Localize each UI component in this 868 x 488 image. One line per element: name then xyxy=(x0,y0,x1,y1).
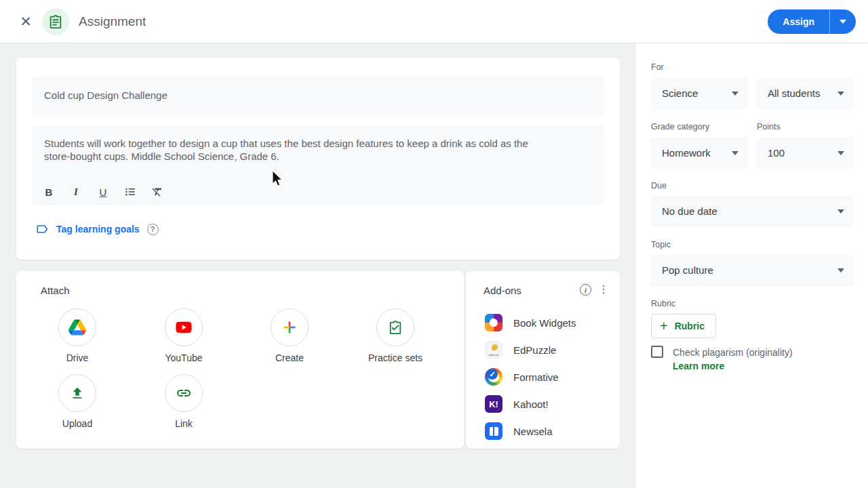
attach-card: Attach Drive YouTub xyxy=(16,271,464,449)
addon-label: Book Widgets xyxy=(513,317,576,329)
topic-label: Topic xyxy=(651,240,671,249)
topic-select[interactable]: Pop culture xyxy=(651,255,853,286)
addon-formative[interactable]: ✓ Formative xyxy=(485,363,613,390)
grade-category-label: Grade category xyxy=(651,122,709,131)
chevron-down-icon xyxy=(840,20,846,24)
assignment-settings-sidebar: For Science All students Grade category … xyxy=(636,43,868,488)
plus-icon: + xyxy=(660,319,668,333)
help-icon[interactable]: ? xyxy=(147,224,159,235)
formatting-toolbar: B I U xyxy=(42,185,164,199)
attach-upload-button[interactable]: Upload xyxy=(37,374,118,429)
plagiarism-checkbox[interactable] xyxy=(651,346,663,358)
chevron-down-icon xyxy=(837,151,844,155)
attach-create-button[interactable]: Create xyxy=(249,308,330,363)
attach-youtube-button[interactable]: YouTube xyxy=(143,308,224,363)
more-options-icon[interactable]: ⋮ xyxy=(598,283,609,296)
for-label: For xyxy=(651,62,664,72)
book-widgets-icon xyxy=(485,314,502,331)
class-select[interactable]: Science xyxy=(651,78,747,109)
due-date-select[interactable]: No due date xyxy=(651,196,853,227)
upload-icon xyxy=(58,374,96,412)
attach-option-label: YouTube xyxy=(143,352,224,363)
underline-button[interactable]: U xyxy=(96,185,110,199)
attach-drive-button[interactable]: Drive xyxy=(37,308,118,363)
rubric-label: Rubric xyxy=(651,299,675,308)
assignment-icon xyxy=(42,8,69,35)
addon-label: Kahoot! xyxy=(513,399,549,410)
title-input[interactable]: Cold cup Design Challenge xyxy=(33,77,604,115)
create-plus-icon xyxy=(271,308,309,346)
bold-button[interactable]: B xyxy=(42,185,56,199)
info-icon[interactable]: i xyxy=(580,284,591,296)
addon-newsela[interactable]: Newsela xyxy=(485,418,613,445)
plagiarism-label: Check plagarism (originality) xyxy=(673,346,793,359)
attach-link-button[interactable]: Link xyxy=(143,374,224,429)
instructions-value: Students will work together to design a … xyxy=(44,137,553,163)
kahoot-icon: K! xyxy=(485,395,502,413)
chevron-down-icon xyxy=(837,209,844,214)
chevron-down-icon xyxy=(837,92,844,96)
assign-button[interactable]: Assign xyxy=(768,9,829,34)
italic-button[interactable]: I xyxy=(69,185,83,199)
addon-edpuzzle[interactable]: edpuzzle EdPuzzle xyxy=(485,336,613,363)
plagiarism-row: Check plagarism (originality) xyxy=(651,346,793,359)
learn-more-link[interactable]: Learn more xyxy=(673,361,724,371)
attach-option-label: Practice sets xyxy=(355,352,436,363)
attach-heading: Attach xyxy=(41,285,70,296)
bulleted-list-button[interactable] xyxy=(123,185,137,199)
instructions-input[interactable]: Students will work together to design a … xyxy=(33,125,604,205)
main-content: Cold cup Design Challenge Students will … xyxy=(0,43,636,488)
edpuzzle-icon: edpuzzle xyxy=(485,341,502,359)
chevron-down-icon xyxy=(732,151,738,155)
assignees-select[interactable]: All students xyxy=(757,78,853,109)
drive-icon xyxy=(58,308,96,346)
practice-sets-icon xyxy=(376,308,414,346)
grade-category-select[interactable]: Homework xyxy=(651,138,747,169)
attach-option-label: Upload xyxy=(37,418,118,429)
attach-option-label: Drive xyxy=(37,352,118,363)
attach-option-label: Create xyxy=(249,352,330,363)
tag-learning-goals-link[interactable]: Tag learning goals xyxy=(56,224,140,235)
addons-card: Add-ons i ⋮ Book Widgets edpuzzle EdPuzz… xyxy=(466,271,620,449)
newsela-icon xyxy=(485,422,502,440)
assign-split-button: Assign xyxy=(768,9,856,34)
addon-book-widgets[interactable]: Book Widgets xyxy=(485,309,613,336)
addon-label: EdPuzzle xyxy=(513,344,556,356)
attach-practice-sets-button[interactable]: Practice sets xyxy=(355,308,436,363)
link-icon xyxy=(165,374,203,412)
assign-options-dropdown[interactable] xyxy=(830,9,856,34)
clear-formatting-button[interactable] xyxy=(151,185,164,199)
points-label: Points xyxy=(757,122,781,131)
tag-learning-goals-row: Tag learning goals ? xyxy=(35,222,159,236)
addon-label: Formative xyxy=(513,371,559,383)
addons-heading: Add-ons xyxy=(484,285,521,296)
page-title: Assignment xyxy=(79,0,146,43)
chevron-down-icon xyxy=(837,268,844,272)
title-value: Cold cup Design Challenge xyxy=(44,77,167,115)
addon-label: Newsela xyxy=(513,426,553,437)
chevron-down-icon xyxy=(732,92,738,96)
addons-list: Book Widgets edpuzzle EdPuzzle ✓ Formati… xyxy=(485,309,613,445)
close-icon[interactable]: ✕ xyxy=(18,14,34,30)
attach-option-label: Link xyxy=(143,418,224,429)
add-rubric-button[interactable]: + Rubric xyxy=(651,314,716,338)
tag-icon xyxy=(35,222,49,236)
addon-kahoot[interactable]: K! Kahoot! xyxy=(485,390,613,418)
youtube-icon xyxy=(165,308,203,346)
due-label: Due xyxy=(651,181,667,190)
assignment-compose-card: Cold cup Design Challenge Students will … xyxy=(16,58,620,260)
points-select[interactable]: 100 xyxy=(757,138,853,169)
top-bar: ✕ Assignment Assign xyxy=(0,0,868,43)
formative-icon: ✓ xyxy=(485,368,502,386)
